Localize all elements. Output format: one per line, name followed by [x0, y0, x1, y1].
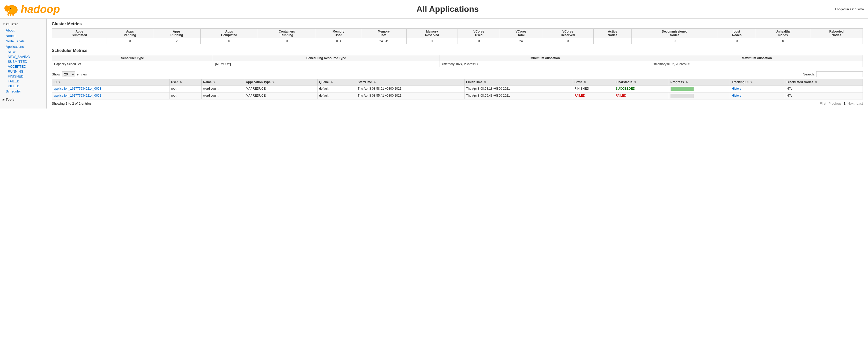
val-active-nodes[interactable]: 3: [593, 38, 631, 44]
col-header-tracking-ui[interactable]: Tracking UI ⇅: [730, 79, 785, 85]
col-memory-reserved: MemoryReserved: [406, 29, 458, 38]
val-memory-used: 0 B: [316, 38, 361, 44]
last-button[interactable]: Last: [856, 102, 863, 105]
tools-arrow-icon: ▶: [3, 98, 5, 101]
table-row: application_1617775349214_0003 root word…: [52, 85, 863, 93]
cell-name: word count: [202, 93, 244, 100]
table-controls: Show 20 50 100 entries Search:: [52, 71, 863, 77]
col-apps-submitted: AppsSubmitted: [52, 29, 107, 38]
table-row: application_1617775349214_0002 root word…: [52, 93, 863, 100]
cell-start-time: Thu Apr 8 08:55:41 +0800 2021: [356, 93, 464, 100]
cell-user: root: [169, 93, 202, 100]
tools-label: Tools: [6, 98, 14, 102]
col-header-progress[interactable]: Progress ⇅: [669, 79, 730, 85]
progress-bar-fill: [671, 87, 693, 91]
sidebar-item-submitted[interactable]: SUBMITTED: [8, 59, 46, 64]
sidebar-item-finished[interactable]: FINISHED: [8, 74, 46, 79]
sidebar-item-killed[interactable]: KILLED: [8, 84, 46, 88]
col-apps-completed: AppsCompleted: [200, 29, 258, 38]
cluster-metrics-table: AppsSubmitted AppsPending AppsRunning Ap…: [52, 28, 863, 44]
applications-table: ID ⇅ User ⇅ Name ⇅ Application Type ⇅ Qu…: [52, 79, 863, 100]
cell-finish-time: Thu Apr 8 08:58:18 +0800 2021: [465, 85, 573, 93]
next-button[interactable]: Next: [847, 102, 855, 105]
sidebar-item-new-saving[interactable]: NEW_SAVING: [8, 54, 46, 59]
pagination: Showing 1 to 2 of 2 entries First Previo…: [52, 102, 863, 105]
scheduler-metrics-table: Scheduler Type Scheduling Resource Type …: [52, 55, 863, 67]
sidebar-item-scheduler[interactable]: Scheduler: [0, 88, 46, 94]
header: hadoop All Applications Logged in as: dr…: [0, 0, 868, 19]
col-vcores-used: VCoresUsed: [458, 29, 500, 38]
col-header-app-type[interactable]: Application Type ⇅: [244, 79, 317, 85]
sidebar-item-failed[interactable]: FAILED: [8, 79, 46, 84]
val-unhealthy-nodes: 0: [756, 38, 810, 44]
sidebar-item-node-labels[interactable]: Node Labels: [0, 38, 46, 44]
sched-val-type: Capacity Scheduler: [52, 61, 213, 67]
col-memory-total: MemoryTotal: [361, 29, 406, 38]
sched-col-type: Scheduler Type: [52, 55, 213, 61]
cell-user: root: [169, 85, 202, 93]
sidebar-item-about[interactable]: About: [0, 28, 46, 33]
sched-val-min-alloc: <memory:1024, vCores:1>: [439, 61, 651, 67]
progress-bar-container: [671, 94, 694, 98]
cell-blacklisted-nodes: N/A: [785, 85, 863, 93]
logo-text: hadoop: [21, 3, 60, 15]
col-header-name[interactable]: Name ⇅: [202, 79, 244, 85]
sched-col-max-alloc: Maximum Allocation: [651, 55, 863, 61]
cell-app-type: MAPREDUCE: [244, 85, 317, 93]
pagination-info: Showing 1 to 2 of 2 entries: [52, 102, 92, 105]
col-header-id[interactable]: ID ⇅: [52, 79, 169, 85]
progress-bar-container: [671, 87, 694, 91]
col-memory-used: MemoryUsed: [316, 29, 361, 38]
col-header-final-status[interactable]: FinalStatus ⇅: [614, 79, 669, 85]
show-entries-select[interactable]: 20 50 100: [62, 71, 75, 77]
previous-button[interactable]: Previous: [828, 102, 842, 105]
cell-blacklisted-nodes: N/A: [785, 93, 863, 100]
cell-progress: [669, 93, 730, 100]
search-input[interactable]: [816, 71, 863, 77]
sidebar-item-applications[interactable]: Applications: [0, 44, 46, 49]
show-entries-control: Show 20 50 100 entries: [52, 71, 87, 77]
cell-finish-time: Thu Apr 8 08:55:43 +0800 2021: [465, 93, 573, 100]
sched-col-min-alloc: Minimum Allocation: [439, 55, 651, 61]
sidebar-item-nodes[interactable]: Nodes: [0, 33, 46, 38]
col-header-start-time[interactable]: StartTime ⇅: [356, 79, 464, 85]
col-header-blacklisted-nodes[interactable]: Blacklisted Nodes ⇅: [785, 79, 863, 85]
col-header-user[interactable]: User ⇅: [169, 79, 202, 85]
sidebar-item-running[interactable]: RUNNING: [8, 69, 46, 74]
val-containers-running: 0: [258, 38, 316, 44]
search-label: Search:: [803, 72, 815, 76]
cluster-section-header[interactable]: ▼ Cluster: [0, 21, 46, 28]
cell-tracking-ui[interactable]: History: [730, 93, 785, 100]
cluster-metrics-title: Cluster Metrics: [52, 22, 863, 26]
val-apps-pending: 0: [107, 38, 153, 44]
svg-point-3: [10, 8, 11, 9]
col-header-finish-time[interactable]: FinishTime ⇅: [465, 79, 573, 85]
col-active-nodes: ActiveNodes: [593, 29, 631, 38]
cell-queue: default: [317, 85, 356, 93]
sidebar: ▼ Cluster About Nodes Node Labels Applic…: [0, 19, 46, 108]
tools-section-header[interactable]: ▶ Tools: [0, 96, 46, 103]
val-memory-reserved: 0 B: [406, 38, 458, 44]
login-info: Logged in as: dr.who: [835, 7, 864, 11]
col-vcores-total: VCoresTotal: [500, 29, 542, 38]
val-apps-running: 2: [153, 38, 200, 44]
cell-final-status: SUCCEEDED: [614, 85, 669, 93]
first-button[interactable]: First: [820, 102, 826, 105]
show-label: Show: [52, 72, 60, 76]
val-vcores-total: 24: [500, 38, 542, 44]
cell-state: FAILED: [573, 93, 614, 100]
current-page: 1: [843, 102, 845, 105]
sidebar-item-accepted[interactable]: ACCEPTED: [8, 64, 46, 69]
col-apps-pending: AppsPending: [107, 29, 153, 38]
col-header-queue[interactable]: Queue ⇅: [317, 79, 356, 85]
cell-id[interactable]: application_1617775349214_0003: [52, 85, 169, 93]
val-apps-completed: 0: [200, 38, 258, 44]
cell-state: FINISHED: [573, 85, 614, 93]
cell-id[interactable]: application_1617775349214_0002: [52, 93, 169, 100]
col-header-state[interactable]: State ⇅: [573, 79, 614, 85]
logo-area: hadoop: [4, 2, 60, 16]
svg-rect-5: [12, 13, 14, 16]
sidebar-item-new[interactable]: NEW: [8, 49, 46, 54]
cell-tracking-ui[interactable]: History: [730, 85, 785, 93]
sched-val-max-alloc: <memory:8192, vCores:8>: [651, 61, 863, 67]
